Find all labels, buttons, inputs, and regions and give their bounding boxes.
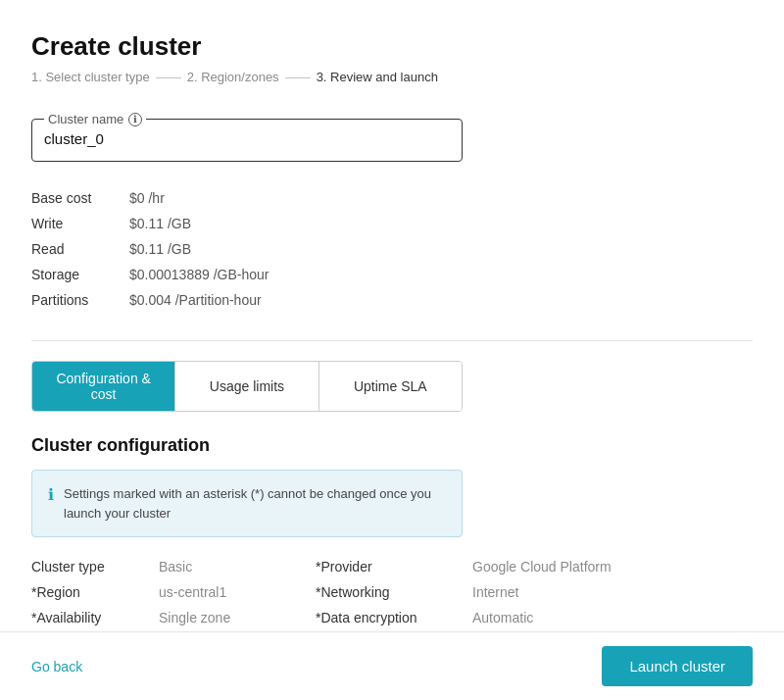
cluster-name-fieldset: Cluster name ℹ [31,112,463,162]
cluster-name-label: Cluster name [48,112,123,126]
cluster-config-title: Cluster configuration [31,435,753,456]
launch-cluster-button[interactable]: Launch cluster [602,646,753,686]
config-key-provider: *Provider [316,559,472,575]
breadcrumb-step2: 2. Region/zones [187,70,279,84]
config-value-provider: Google Cloud Platform [472,559,668,575]
info-icon[interactable]: ℹ [128,113,142,126]
config-value-data-encryption: Automatic [472,610,668,625]
divider [31,340,753,341]
config-grid: Cluster type Basic *Provider Google Clou… [31,559,753,625]
info-box: ℹ Settings marked with an asterisk (*) c… [31,470,463,537]
config-key-cluster-type: Cluster type [31,559,159,575]
config-value-networking: Internet [472,584,668,600]
cluster-name-input[interactable] [44,126,450,151]
info-box-icon: ℹ [48,485,54,504]
cost-row-storage: Storage $0.00013889 /GB-hour [31,262,753,287]
cost-label-base: Base cost [31,190,129,206]
breadcrumb-arrow1: —— [156,70,181,84]
cost-row-write: Write $0.11 /GB [31,211,753,236]
config-value-cluster-type: Basic [159,559,316,575]
config-key-availability: *Availability [31,610,159,625]
tabs-bar: Configuration & cost Usage limits Uptime… [31,361,463,412]
pricing-table: Base cost $0 /hr Write $0.11 /GB Read $0… [31,185,753,313]
cost-row-partitions: Partitions $0.004 /Partition-hour [31,287,753,313]
breadcrumb-arrow2: —— [285,70,311,84]
config-value-availability: Single zone [159,610,316,625]
config-key-data-encryption: *Data encryption [316,610,472,625]
cluster-name-legend: Cluster name ℹ [44,112,146,126]
tab-configuration-cost[interactable]: Configuration & cost [32,362,175,411]
config-key-networking: *Networking [316,584,472,600]
cost-label-write: Write [31,216,129,231]
cost-label-read: Read [31,241,129,257]
config-value-region: us-central1 [159,584,316,600]
cost-value-write: $0.11 /GB [129,216,191,231]
cost-label-partitions: Partitions [31,292,129,308]
breadcrumb: 1. Select cluster type —— 2. Region/zone… [31,70,753,84]
tab-uptime-sla[interactable]: Uptime SLA [319,362,462,411]
cost-value-storage: $0.00013889 /GB-hour [129,267,269,282]
go-back-link[interactable]: Go back [31,659,82,675]
cost-value-base: $0 /hr [129,190,165,206]
tab-usage-limits[interactable]: Usage limits [175,362,318,411]
cost-row-base: Base cost $0 /hr [31,185,753,211]
config-key-region: *Region [31,584,159,600]
breadcrumb-step1: 1. Select cluster type [31,70,150,84]
cost-label-storage: Storage [31,267,129,282]
info-box-text: Settings marked with an asterisk (*) can… [64,484,446,523]
page-title: Create cluster [31,31,753,62]
breadcrumb-step3: 3. Review and launch [317,70,438,84]
cost-row-read: Read $0.11 /GB [31,236,753,262]
footer: Go back Launch cluster [0,631,784,700]
cost-value-read: $0.11 /GB [129,241,191,257]
cost-value-partitions: $0.004 /Partition-hour [129,292,262,308]
